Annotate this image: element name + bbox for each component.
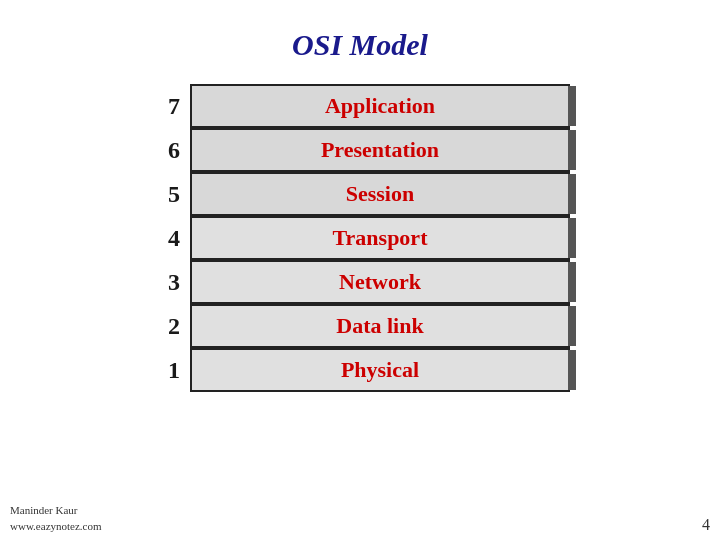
layer-label: Application: [190, 84, 570, 128]
osi-table: 7Application6Presentation5Session4Transp…: [150, 84, 570, 392]
layer-number: 6: [150, 128, 190, 172]
footer-author: Maninder Kaur www.eazynotez.com: [10, 503, 102, 534]
layer-number: 2: [150, 304, 190, 348]
layer-label: Presentation: [190, 128, 570, 172]
layer-label: Transport: [190, 216, 570, 260]
layer-label: Network: [190, 260, 570, 304]
osi-row: 3Network: [150, 260, 570, 304]
slide: OSI Model 7Application6Presentation5Sess…: [0, 0, 720, 540]
layer-number: 5: [150, 172, 190, 216]
osi-row: 5Session: [150, 172, 570, 216]
layer-number: 3: [150, 260, 190, 304]
osi-row: 7Application: [150, 84, 570, 128]
slide-title: OSI Model: [292, 28, 428, 62]
osi-row: 6Presentation: [150, 128, 570, 172]
osi-row: 1Physical: [150, 348, 570, 392]
footer-page: 4: [702, 516, 710, 534]
layer-number: 4: [150, 216, 190, 260]
osi-row: 2Data link: [150, 304, 570, 348]
layer-number: 1: [150, 348, 190, 392]
layer-number: 7: [150, 84, 190, 128]
layer-label: Session: [190, 172, 570, 216]
footer: Maninder Kaur www.eazynotez.com 4: [0, 503, 720, 534]
osi-row: 4Transport: [150, 216, 570, 260]
layer-label: Data link: [190, 304, 570, 348]
layer-label: Physical: [190, 348, 570, 392]
